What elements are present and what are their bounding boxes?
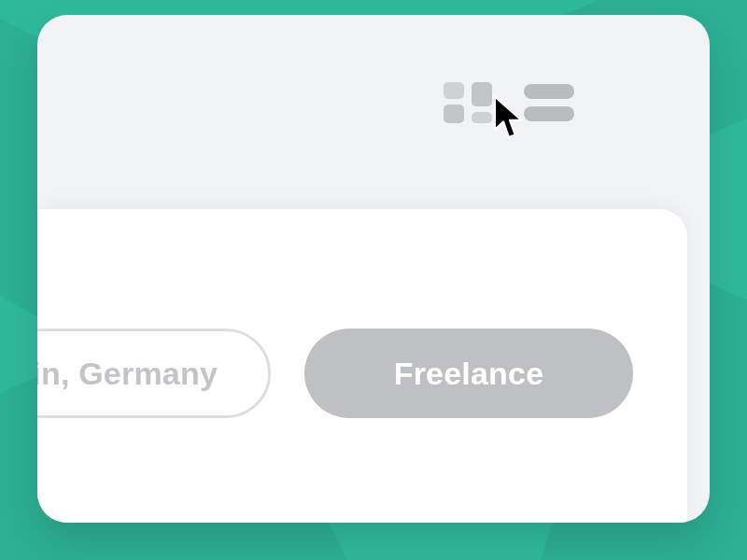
filter-chips: in, Germany Freelance [37,329,633,418]
location-chip[interactable]: in, Germany [37,329,271,418]
location-chip-label: in, Germany [37,356,218,392]
view-toggle-group [444,82,574,123]
type-chip[interactable]: Freelance [304,329,633,418]
main-panel: in, Germany Freelance [37,15,710,523]
type-chip-label: Freelance [394,356,544,392]
list-view-icon[interactable] [524,84,574,121]
header [37,15,710,209]
grid-view-icon[interactable] [444,82,492,123]
content-card: in, Germany Freelance [37,209,687,523]
